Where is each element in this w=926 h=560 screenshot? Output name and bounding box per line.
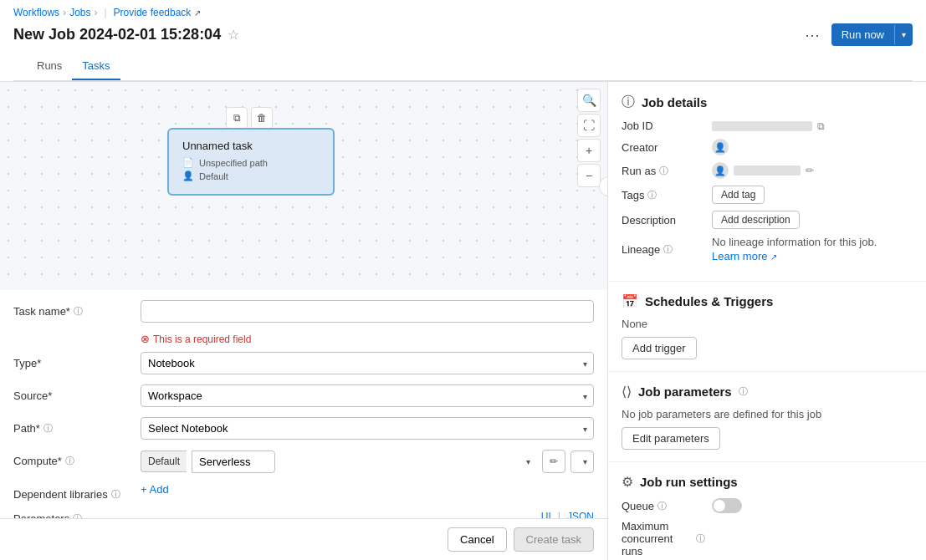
creator-label: Creator xyxy=(622,141,705,154)
breadcrumb-feedback[interactable]: Provide feedback xyxy=(114,7,192,18)
job-parameters-title: Job parameters xyxy=(638,384,732,399)
edit-parameters-button[interactable]: Edit parameters xyxy=(622,427,720,450)
info-circle-icon: ⓘ xyxy=(622,94,635,111)
params-ui-link[interactable]: UI xyxy=(541,511,551,518)
add-trigger-button[interactable]: Add trigger xyxy=(622,337,697,359)
params-separator: | xyxy=(558,511,560,518)
type-control: Notebook ▾ xyxy=(141,352,594,374)
source-select[interactable]: Workspace xyxy=(141,384,594,407)
compute-info-icon: ⓘ xyxy=(65,455,74,467)
breadcrumb-workflows[interactable]: Workflows xyxy=(13,7,59,18)
schedules-header: 📅 Schedules & Triggers xyxy=(622,293,913,309)
compute-prefix-label: Default xyxy=(141,451,187,472)
compute-label: Compute* ⓘ xyxy=(13,450,130,467)
path-select-wrapper: Select Notebook ▾ xyxy=(141,417,594,440)
queue-label: Queue ⓘ xyxy=(622,500,705,512)
type-select[interactable]: Notebook xyxy=(141,352,594,374)
copy-task-button[interactable]: ⧉ xyxy=(226,107,248,129)
lineage-label: Lineage ⓘ xyxy=(622,243,705,256)
job-id-masked xyxy=(712,121,812,131)
run-as-masked xyxy=(734,165,801,176)
task-node-path: 📄 Unspecified path xyxy=(182,157,320,168)
fit-canvas-button[interactable]: ⛶ xyxy=(577,114,601,137)
params-info-icon: ⓘ xyxy=(73,512,82,518)
search-canvas-button[interactable]: 🔍 xyxy=(577,89,601,112)
task-actions: ⧉ 🗑 xyxy=(226,107,273,129)
job-params-info-icon: ⓘ xyxy=(739,385,748,398)
run-now-button[interactable]: Run now ▾ xyxy=(831,23,913,46)
tabs: Runs Tasks xyxy=(13,53,913,81)
more-options-button[interactable]: ⋯ xyxy=(800,24,825,46)
job-parameters-section: ⟨⟩ Job parameters ⓘ No job parameters ar… xyxy=(608,372,926,462)
add-tag-button[interactable]: Add tag xyxy=(712,186,765,204)
dependent-libraries-row: Dependent libraries ⓘ + Add xyxy=(13,483,594,501)
max-runs-info-icon: ⓘ xyxy=(696,532,705,545)
chevron-down-icon[interactable]: ▾ xyxy=(894,25,913,44)
path-row: Path* ⓘ Select Notebook ▾ xyxy=(13,417,594,440)
learn-more-link[interactable]: Learn more ↗ xyxy=(712,250,777,262)
page-title: New Job 2024-02-01 15:28:04 xyxy=(13,26,221,43)
job-details-title: Job details xyxy=(642,95,707,109)
no-params-text: No job parameters are defined for this j… xyxy=(622,408,913,420)
job-run-settings-header: ⚙ Job run settings xyxy=(622,474,913,490)
job-parameters-header: ⟨⟩ Job parameters ⓘ xyxy=(622,384,913,400)
add-description-button[interactable]: Add description xyxy=(712,211,800,229)
run-as-value: 👤 ✏ xyxy=(712,162,913,179)
task-node-title: Unnamed task xyxy=(182,140,320,152)
code-icon: ⟨⟩ xyxy=(622,384,632,400)
queue-info-icon: ⓘ xyxy=(657,500,667,512)
external-link-icon2: ↗ xyxy=(770,252,777,262)
job-run-settings-section: ⚙ Job run settings Queue ⓘ Maximum concu… xyxy=(608,462,926,560)
task-node[interactable]: Unnamed task 📄 Unspecified path 👤 Defaul… xyxy=(167,128,335,196)
compute-row: Compute* ⓘ Default Serverless ▾ ✏ xyxy=(13,450,594,473)
task-form: Task name* ⓘ ⊗ This is a required field … xyxy=(0,290,607,518)
queue-row: Queue ⓘ xyxy=(622,498,913,513)
run-as-label: Run as ⓘ xyxy=(622,165,705,177)
run-as-info-icon: ⓘ xyxy=(659,165,668,177)
tab-runs[interactable]: Runs xyxy=(27,53,72,80)
lineage-info-icon: ⓘ xyxy=(663,243,673,256)
creator-avatar: 👤 xyxy=(712,139,729,155)
cancel-button[interactable]: Cancel xyxy=(448,527,506,552)
lineage-row: Lineage ⓘ No lineage information for thi… xyxy=(622,236,913,262)
title-actions: ⋯ Run now ▾ xyxy=(800,23,913,46)
compute-extra-select[interactable] xyxy=(570,451,594,473)
cluster-icon: 👤 xyxy=(182,171,194,181)
run-as-row: Run as ⓘ 👤 ✏ xyxy=(622,162,913,179)
delete-task-button[interactable]: 🗑 xyxy=(251,107,273,129)
queue-toggle[interactable] xyxy=(712,498,742,513)
create-task-button[interactable]: Create task xyxy=(514,527,594,552)
compute-edit-button[interactable]: ✏ xyxy=(542,450,565,473)
breadcrumb-sep2: › xyxy=(94,7,97,18)
canvas-controls: 🔍 ⛶ + − xyxy=(577,89,601,187)
left-panel: › ⧉ 🗑 Unnamed task 📄 Unspecified path 👤 … xyxy=(0,82,608,560)
dep-lib-control: + Add xyxy=(141,483,594,496)
task-name-row: Task name* ⓘ xyxy=(13,300,594,323)
tab-tasks[interactable]: Tasks xyxy=(72,53,120,80)
queue-value xyxy=(712,498,913,513)
star-icon[interactable]: ☆ xyxy=(228,27,239,43)
edit-run-as-icon[interactable]: ✏ xyxy=(806,165,814,176)
settings-icon: ⚙ xyxy=(622,474,633,490)
job-id-row: Job ID ⧉ xyxy=(622,120,913,132)
breadcrumb-jobs[interactable]: Jobs xyxy=(69,7,90,18)
zoom-out-button[interactable]: − xyxy=(577,164,601,187)
compute-select[interactable]: Serverless xyxy=(192,451,275,473)
source-label: Source* xyxy=(13,384,130,402)
schedules-section: 📅 Schedules & Triggers None Add trigger xyxy=(608,282,926,372)
breadcrumb-sep1: › xyxy=(63,7,66,18)
creator-value: 👤 xyxy=(712,139,913,155)
canvas-area: › ⧉ 🗑 Unnamed task 📄 Unspecified path 👤 … xyxy=(0,82,607,290)
add-library-link[interactable]: + Add xyxy=(141,483,594,496)
params-json-link[interactable]: JSON xyxy=(567,511,594,518)
job-run-settings-title: Job run settings xyxy=(640,475,738,489)
type-label: Type* xyxy=(13,352,130,369)
creator-row: Creator 👤 xyxy=(622,139,913,155)
task-node-cluster: 👤 Default xyxy=(182,171,320,181)
task-name-error: ⊗ This is a required field xyxy=(141,333,594,345)
copy-job-id-icon[interactable]: ⧉ xyxy=(817,120,825,132)
task-name-input[interactable] xyxy=(141,300,594,323)
zoom-in-button[interactable]: + xyxy=(577,139,601,162)
path-select[interactable]: Select Notebook xyxy=(141,417,594,440)
breadcrumb-pipe: | xyxy=(104,7,106,18)
